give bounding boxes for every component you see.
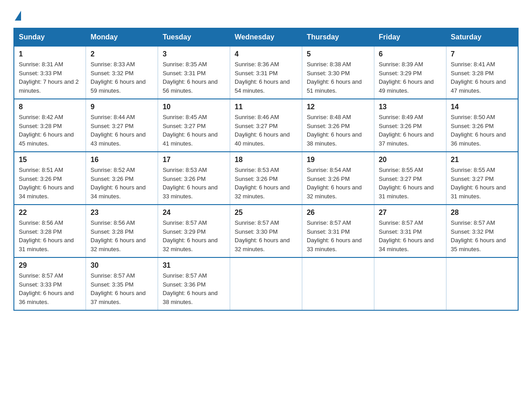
day-info: Sunrise: 8:46 AMSunset: 3:27 PMDaylight:… <box>235 114 290 147</box>
day-number: 5 <box>307 50 369 58</box>
day-number: 15 <box>19 156 81 164</box>
calendar-cell: 31Sunrise: 8:57 AMSunset: 3:36 PMDayligh… <box>158 257 230 310</box>
day-info: Sunrise: 8:56 AMSunset: 3:28 PMDaylight:… <box>90 219 146 253</box>
calendar-cell: 23Sunrise: 8:56 AMSunset: 3:28 PMDayligh… <box>86 205 158 257</box>
day-info: Sunrise: 8:35 AMSunset: 3:31 PMDaylight:… <box>163 61 218 94</box>
day-info: Sunrise: 8:52 AMSunset: 3:26 PMDaylight:… <box>90 167 146 200</box>
day-info: Sunrise: 8:41 AMSunset: 3:28 PMDaylight:… <box>451 61 506 94</box>
header-friday: Friday <box>374 28 446 46</box>
header-saturday: Saturday <box>446 28 518 46</box>
calendar-cell: 16Sunrise: 8:52 AMSunset: 3:26 PMDayligh… <box>86 152 158 205</box>
day-number: 26 <box>307 209 369 217</box>
day-info: Sunrise: 8:57 AMSunset: 3:33 PMDaylight:… <box>19 272 74 305</box>
day-info: Sunrise: 8:33 AMSunset: 3:32 PMDaylight:… <box>90 61 146 94</box>
day-number: 13 <box>379 103 442 111</box>
header-tuesday: Tuesday <box>158 28 230 46</box>
day-info: Sunrise: 8:49 AMSunset: 3:26 PMDaylight:… <box>379 114 434 147</box>
day-number: 22 <box>19 209 81 217</box>
day-info: Sunrise: 8:31 AMSunset: 3:33 PMDaylight:… <box>19 61 79 94</box>
calendar-cell <box>302 257 374 310</box>
day-info: Sunrise: 8:57 AMSunset: 3:36 PMDaylight:… <box>163 272 218 305</box>
day-number: 21 <box>451 156 513 164</box>
day-number: 4 <box>235 50 297 58</box>
header-monday: Monday <box>86 28 158 46</box>
day-info: Sunrise: 8:42 AMSunset: 3:28 PMDaylight:… <box>19 114 74 147</box>
calendar-cell: 3Sunrise: 8:35 AMSunset: 3:31 PMDaylight… <box>158 46 230 99</box>
day-number: 27 <box>379 209 442 217</box>
calendar-cell: 29Sunrise: 8:57 AMSunset: 3:33 PMDayligh… <box>14 257 86 310</box>
day-number: 29 <box>19 261 81 270</box>
calendar-cell: 13Sunrise: 8:49 AMSunset: 3:26 PMDayligh… <box>374 99 446 152</box>
calendar-cell <box>230 257 302 310</box>
day-number: 1 <box>19 50 81 58</box>
day-number: 6 <box>379 50 442 58</box>
calendar-cell: 19Sunrise: 8:54 AMSunset: 3:26 PMDayligh… <box>302 152 374 205</box>
day-number: 7 <box>451 50 513 58</box>
day-info: Sunrise: 8:51 AMSunset: 3:26 PMDaylight:… <box>19 167 74 200</box>
day-info: Sunrise: 8:44 AMSunset: 3:27 PMDaylight:… <box>90 114 146 147</box>
calendar-cell: 2Sunrise: 8:33 AMSunset: 3:32 PMDaylight… <box>86 46 158 99</box>
day-info: Sunrise: 8:55 AMSunset: 3:27 PMDaylight:… <box>451 167 506 200</box>
day-number: 10 <box>163 103 225 111</box>
calendar-table: SundayMondayTuesdayWednesdayThursdayFrid… <box>13 28 519 311</box>
day-number: 12 <box>307 103 369 111</box>
day-number: 2 <box>90 50 153 58</box>
day-info: Sunrise: 8:48 AMSunset: 3:26 PMDaylight:… <box>307 114 362 147</box>
calendar-cell: 9Sunrise: 8:44 AMSunset: 3:27 PMDaylight… <box>86 99 158 152</box>
week-row-2: 8Sunrise: 8:42 AMSunset: 3:28 PMDaylight… <box>14 99 518 152</box>
calendar-cell: 4Sunrise: 8:36 AMSunset: 3:31 PMDaylight… <box>230 46 302 99</box>
day-number: 16 <box>90 156 153 164</box>
week-row-1: 1Sunrise: 8:31 AMSunset: 3:33 PMDaylight… <box>14 46 518 99</box>
calendar-cell: 24Sunrise: 8:57 AMSunset: 3:29 PMDayligh… <box>158 205 230 257</box>
calendar-cell: 21Sunrise: 8:55 AMSunset: 3:27 PMDayligh… <box>446 152 518 205</box>
day-number: 20 <box>379 156 442 164</box>
day-info: Sunrise: 8:57 AMSunset: 3:31 PMDaylight:… <box>307 219 362 253</box>
calendar-cell: 7Sunrise: 8:41 AMSunset: 3:28 PMDaylight… <box>446 46 518 99</box>
day-info: Sunrise: 8:57 AMSunset: 3:35 PMDaylight:… <box>90 272 146 305</box>
day-number: 3 <box>163 50 225 58</box>
day-info: Sunrise: 8:39 AMSunset: 3:29 PMDaylight:… <box>379 61 434 94</box>
day-number: 11 <box>235 103 297 111</box>
day-number: 8 <box>19 103 81 111</box>
day-info: Sunrise: 8:54 AMSunset: 3:26 PMDaylight:… <box>307 167 362 200</box>
day-number: 17 <box>163 156 225 164</box>
day-info: Sunrise: 8:57 AMSunset: 3:31 PMDaylight:… <box>379 219 434 253</box>
day-number: 30 <box>90 261 153 270</box>
calendar-cell: 11Sunrise: 8:46 AMSunset: 3:27 PMDayligh… <box>230 99 302 152</box>
day-number: 23 <box>90 209 153 217</box>
calendar-cell: 14Sunrise: 8:50 AMSunset: 3:26 PMDayligh… <box>446 99 518 152</box>
calendar-cell: 20Sunrise: 8:55 AMSunset: 3:27 PMDayligh… <box>374 152 446 205</box>
day-number: 31 <box>163 261 225 270</box>
calendar-cell: 18Sunrise: 8:53 AMSunset: 3:26 PMDayligh… <box>230 152 302 205</box>
calendar-cell: 12Sunrise: 8:48 AMSunset: 3:26 PMDayligh… <box>302 99 374 152</box>
calendar-cell: 25Sunrise: 8:57 AMSunset: 3:30 PMDayligh… <box>230 205 302 257</box>
day-info: Sunrise: 8:53 AMSunset: 3:26 PMDaylight:… <box>163 167 218 200</box>
logo <box>13 9 21 19</box>
calendar-cell: 26Sunrise: 8:57 AMSunset: 3:31 PMDayligh… <box>302 205 374 257</box>
calendar-cell: 5Sunrise: 8:38 AMSunset: 3:30 PMDaylight… <box>302 46 374 99</box>
logo-triangle-icon <box>15 11 21 21</box>
day-info: Sunrise: 8:55 AMSunset: 3:27 PMDaylight:… <box>379 167 434 200</box>
day-info: Sunrise: 8:50 AMSunset: 3:26 PMDaylight:… <box>451 114 506 147</box>
calendar-cell: 22Sunrise: 8:56 AMSunset: 3:28 PMDayligh… <box>14 205 86 257</box>
day-number: 9 <box>90 103 153 111</box>
week-row-3: 15Sunrise: 8:51 AMSunset: 3:26 PMDayligh… <box>14 152 518 205</box>
header-wednesday: Wednesday <box>230 28 302 46</box>
calendar-cell: 6Sunrise: 8:39 AMSunset: 3:29 PMDaylight… <box>374 46 446 99</box>
day-info: Sunrise: 8:56 AMSunset: 3:28 PMDaylight:… <box>19 219 74 253</box>
day-info: Sunrise: 8:36 AMSunset: 3:31 PMDaylight:… <box>235 61 290 94</box>
day-info: Sunrise: 8:57 AMSunset: 3:32 PMDaylight:… <box>451 219 506 253</box>
day-number: 25 <box>235 209 297 217</box>
calendar-cell: 27Sunrise: 8:57 AMSunset: 3:31 PMDayligh… <box>374 205 446 257</box>
calendar-cell: 30Sunrise: 8:57 AMSunset: 3:35 PMDayligh… <box>86 257 158 310</box>
header-sunday: Sunday <box>14 28 86 46</box>
day-info: Sunrise: 8:45 AMSunset: 3:27 PMDaylight:… <box>163 114 218 147</box>
calendar-cell <box>374 257 446 310</box>
day-info: Sunrise: 8:53 AMSunset: 3:26 PMDaylight:… <box>235 167 290 200</box>
calendar-cell: 17Sunrise: 8:53 AMSunset: 3:26 PMDayligh… <box>158 152 230 205</box>
day-info: Sunrise: 8:38 AMSunset: 3:30 PMDaylight:… <box>307 61 362 94</box>
week-row-5: 29Sunrise: 8:57 AMSunset: 3:33 PMDayligh… <box>14 257 518 310</box>
calendar-cell: 15Sunrise: 8:51 AMSunset: 3:26 PMDayligh… <box>14 152 86 205</box>
header-thursday: Thursday <box>302 28 374 46</box>
day-info: Sunrise: 8:57 AMSunset: 3:29 PMDaylight:… <box>163 219 218 253</box>
